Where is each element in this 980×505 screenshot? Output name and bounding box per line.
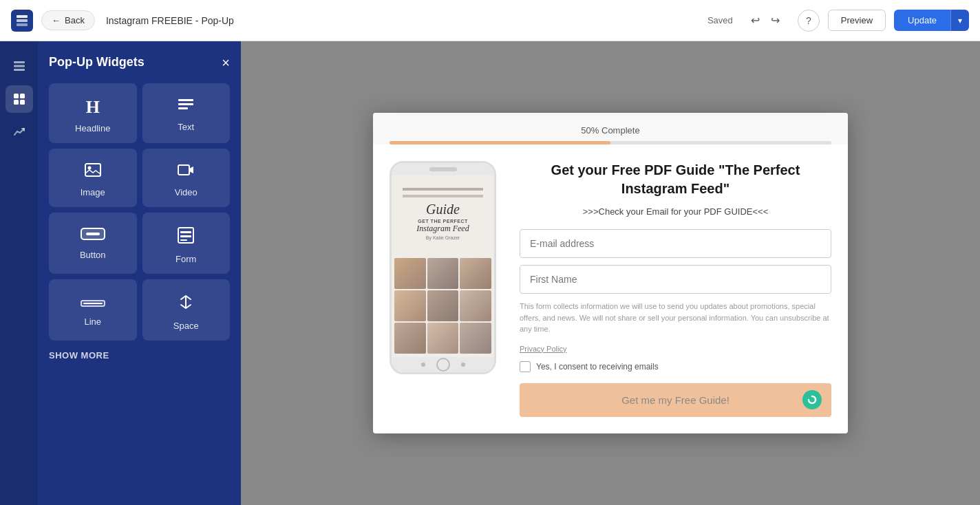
phone-top-bar: [392, 163, 494, 175]
update-dropdown-button[interactable]: ▾: [950, 10, 969, 31]
phone-nav-dot-1: [421, 363, 425, 367]
back-button[interactable]: ← Back: [41, 10, 95, 30]
photo-cell-9: [460, 323, 491, 354]
photo-cell-1: [394, 258, 426, 289]
widgets-title: Pop-Up Widgets: [49, 55, 145, 69]
line-icon: [81, 293, 105, 311]
help-button[interactable]: ?: [798, 10, 820, 32]
consent-checkbox[interactable]: [520, 361, 531, 372]
topbar: ← Back Instagram FREEBIE - Pop-Up Saved …: [0, 0, 980, 41]
svg-rect-2: [17, 23, 28, 26]
svg-rect-23: [83, 303, 103, 304]
video-widget[interactable]: Video: [142, 149, 231, 207]
photo-cell-5: [427, 290, 459, 321]
guide-main-text: Instagram Feed: [397, 224, 489, 233]
popup-heading: Get your Free PDF Guide "The Perfect Ins…: [520, 161, 831, 198]
headline-widget[interactable]: H Headline: [49, 83, 137, 143]
svg-rect-0: [17, 15, 28, 18]
text-icon: [177, 97, 195, 116]
image-label: Image: [81, 187, 105, 197]
button-label: Button: [80, 250, 106, 260]
photo-cell-3: [460, 258, 491, 289]
svg-rect-13: [85, 164, 100, 176]
svg-rect-20: [180, 235, 191, 237]
svg-rect-11: [178, 103, 193, 105]
form-icon: [177, 226, 195, 248]
popup-form-side: Get your Free PDF Guide "The Perfect Ins…: [520, 161, 831, 417]
image-widget[interactable]: Image: [49, 149, 137, 207]
button-icon: [81, 226, 105, 244]
svg-rect-15: [178, 165, 189, 175]
guide-strip-1: [403, 188, 483, 191]
email-field[interactable]: [520, 229, 831, 258]
svg-rect-5: [14, 69, 25, 71]
svg-rect-12: [178, 107, 188, 109]
space-icon: [177, 293, 195, 315]
space-widget[interactable]: Space: [142, 279, 231, 341]
text-label: Text: [178, 122, 194, 132]
line-widget[interactable]: Line: [49, 279, 137, 341]
redo-button[interactable]: ↪: [767, 10, 784, 31]
widgets-panel: Pop-Up Widgets × H Headline Text: [38, 41, 241, 505]
popup-card: 50% Complete: [373, 113, 848, 433]
submit-button[interactable]: Get me my Free Guide!: [520, 383, 831, 417]
privacy-policy-link[interactable]: Privacy Policy: [520, 345, 566, 353]
text-widget[interactable]: Text: [142, 83, 231, 143]
sidebar-item-widgets[interactable]: [6, 85, 33, 113]
svg-rect-19: [180, 231, 191, 233]
back-label: Back: [65, 15, 85, 25]
page-title: Instagram FREEBIE - Pop-Up: [106, 15, 234, 26]
main-layout: Pop-Up Widgets × H Headline Text: [0, 41, 980, 505]
svg-rect-9: [20, 100, 25, 105]
svg-rect-8: [14, 100, 19, 105]
widgets-header: Pop-Up Widgets ×: [49, 55, 230, 69]
photo-cell-8: [427, 323, 459, 354]
svg-rect-21: [180, 239, 187, 241]
widgets-grid: H Headline Text: [49, 83, 230, 341]
canvas-area: 50% Complete: [241, 41, 980, 505]
svg-rect-6: [14, 94, 19, 98]
firstname-field[interactable]: [520, 265, 831, 294]
phone-home-button: [436, 358, 450, 372]
guide-script-text: Guide: [397, 202, 489, 217]
show-more-button[interactable]: SHOW MORE: [49, 350, 109, 361]
image-icon: [84, 162, 102, 182]
sidebar-icons: [0, 41, 38, 505]
sidebar-item-analytics[interactable]: [6, 118, 33, 146]
update-button[interactable]: Update: [894, 10, 950, 31]
svg-point-14: [87, 166, 91, 170]
photo-grid: [394, 258, 491, 354]
saved-status: Saved: [707, 15, 733, 25]
guide-strip-2: [403, 195, 483, 197]
preview-button[interactable]: Preview: [828, 10, 886, 31]
headline-label: Headline: [75, 123, 110, 133]
line-label: Line: [84, 316, 101, 327]
app-logo: [11, 10, 33, 32]
svg-rect-3: [14, 61, 25, 63]
form-widget[interactable]: Form: [142, 213, 231, 274]
update-btn-group: Update ▾: [894, 10, 969, 31]
undo-button[interactable]: ↩: [747, 10, 764, 31]
video-icon: [177, 162, 195, 182]
svg-rect-4: [14, 65, 25, 67]
svg-rect-17: [86, 233, 100, 235]
phone-nav-dot-2: [461, 363, 465, 367]
button-widget[interactable]: Button: [49, 213, 137, 274]
photo-cell-7: [394, 323, 426, 354]
photo-cell-4: [394, 290, 426, 321]
headline-icon: H: [86, 97, 100, 118]
sidebar-item-layers[interactable]: [6, 52, 33, 80]
back-arrow-icon: ←: [52, 15, 61, 25]
guide-text-overlay: Guide GET THE PERFECT Instagram Feed By …: [392, 175, 494, 239]
phone-mockup: Guide GET THE PERFECT Instagram Feed By …: [390, 161, 496, 374]
phone-bottom-bar: [392, 357, 494, 372]
phone-camera: [429, 167, 457, 171]
consent-label: Yes, I consent to receiving emails: [536, 362, 659, 372]
widgets-close-button[interactable]: ×: [222, 56, 230, 69]
popup-subtext: >>>Check your Email for your PDF GUIDE<<…: [520, 206, 831, 217]
guide-sub-text: GET THE PERFECT: [397, 219, 489, 224]
form-disclaimer: This form collects information we will u…: [520, 301, 831, 335]
video-label: Video: [175, 187, 198, 197]
svg-rect-7: [20, 94, 25, 98]
photo-cell-6: [460, 290, 491, 321]
